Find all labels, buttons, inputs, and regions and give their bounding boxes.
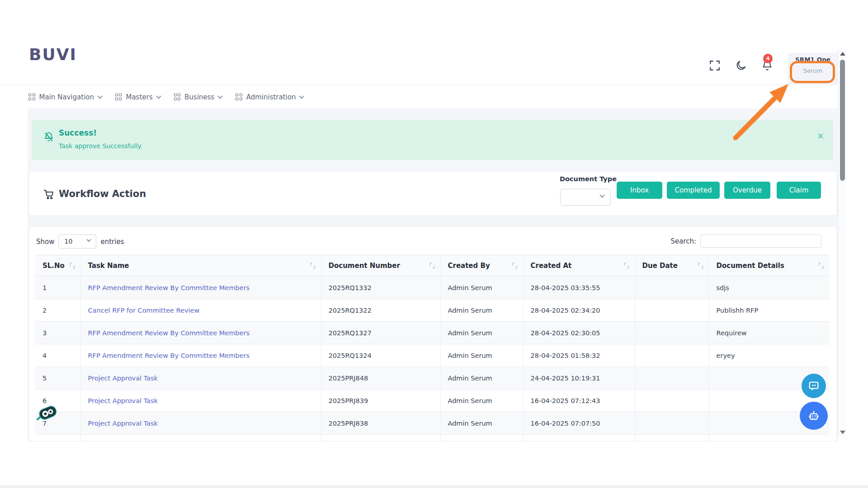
overdue-button[interactable]: Overdue	[724, 182, 770, 199]
table-header-row: SL.No↑↓ Task Name↑↓ Document Number↑↓ Cr…	[35, 255, 829, 277]
nav-label: Administration	[246, 93, 296, 101]
sort-icon[interactable]: ↑↓	[622, 263, 630, 268]
column-header-created-by[interactable]: Created By↑↓	[440, 255, 523, 277]
task-link[interactable]: RFP Amendment Review By Committee Member…	[88, 284, 250, 291]
user-profile[interactable]: SRM1 One Serum	[788, 53, 838, 85]
cell-created-by: Admin Serum	[440, 389, 523, 412]
table-row: 2 Cancel RFP for Committee Review 2025RQ…	[35, 299, 829, 322]
page-title: Workflow Action	[59, 188, 146, 199]
sort-icon[interactable]: ↑↓	[68, 263, 75, 268]
claim-button[interactable]: Claim	[777, 182, 821, 199]
cell-document-number	[321, 435, 440, 442]
cell-document-details: sdjs	[709, 277, 829, 299]
task-link[interactable]: Project Approval Task	[88, 420, 158, 427]
workflow-action-card: Workflow Action Document Type Inbox Comp…	[28, 171, 837, 216]
column-header-task-name[interactable]: Task Name↑↓	[80, 255, 321, 277]
tasks-table-card: Show 10 entries Search: SL.No↑↓	[28, 226, 837, 441]
page-size-select[interactable]: 10	[58, 235, 96, 249]
chat-fab-button[interactable]	[802, 374, 826, 398]
scroll-up-arrow-icon[interactable]	[840, 52, 845, 56]
cell-due-date	[635, 277, 709, 299]
table-row: 4 RFP Amendment Review By Committee Memb…	[35, 344, 829, 367]
cell-task-name: RFP Amendment Review By Committee Member…	[80, 344, 321, 367]
nav-business[interactable]: Business	[174, 93, 222, 101]
cell-slno: 7	[35, 412, 80, 435]
fullscreen-icon[interactable]	[709, 60, 721, 71]
main-menu-bar: Main Navigation Masters Business Adminis…	[0, 85, 838, 108]
column-header-document-number[interactable]: Document Number↑↓	[321, 255, 440, 277]
vertical-scrollbar[interactable]	[838, 50, 846, 436]
sort-icon[interactable]: ↑↓	[428, 263, 435, 268]
grid-icon	[174, 94, 181, 100]
show-label: Show	[36, 238, 54, 246]
cell-document-number: 2025RQ1324	[321, 344, 440, 367]
cell-created-by: Admin Serum	[440, 367, 523, 389]
cell-created-at: 28-04-2025 02:34:20	[523, 299, 635, 322]
page-size-control: Show 10 entries	[36, 235, 124, 249]
sort-icon[interactable]: ↑↓	[308, 263, 316, 268]
search-input[interactable]	[700, 235, 821, 248]
notification-count-badge: 4	[763, 54, 773, 63]
user-role: Serum	[788, 67, 838, 74]
cell-document-number: 2025RQ1322	[321, 299, 440, 322]
cell-created-by	[440, 435, 523, 442]
cell-slno: 3	[35, 322, 80, 344]
cell-slno	[35, 435, 80, 442]
chevron-down-icon	[97, 94, 102, 99]
chevron-down-icon	[156, 94, 161, 99]
cell-created-at: 28-04-2025 01:58:32	[523, 344, 635, 367]
app-window: BUVI 4 SRM1 One Serum	[0, 0, 868, 488]
header-icons	[709, 60, 773, 71]
cart-icon	[43, 189, 54, 200]
dark-mode-moon-icon[interactable]	[735, 60, 747, 71]
header: BUVI 4 SRM1 One Serum	[0, 0, 838, 85]
alert-message: Task approve Successfully.	[59, 142, 142, 150]
cell-slno: 1	[35, 277, 80, 299]
task-link[interactable]: RFP Amendment Review By Committee Member…	[88, 352, 250, 359]
sort-icon[interactable]: ↑↓	[696, 263, 704, 268]
task-link[interactable]: Project Approval Task	[88, 397, 158, 404]
task-link[interactable]: Project Approval Task	[88, 375, 158, 382]
chevron-down-icon	[599, 192, 604, 197]
horizontal-scrollbar-track[interactable]	[0, 485, 868, 488]
content-area: Success! Task approve Successfully. ✕ Wo…	[28, 108, 838, 441]
sort-icon[interactable]: ↑↓	[817, 263, 825, 268]
inbox-button[interactable]: Inbox	[617, 182, 662, 199]
robot-assistant-fab-button[interactable]	[800, 402, 828, 430]
nav-main-navigation[interactable]: Main Navigation	[28, 93, 102, 101]
cell-document-number: 2025PRJ839	[321, 389, 440, 412]
nav-administration[interactable]: Administration	[236, 93, 303, 101]
cell-document-details: Requirew	[709, 322, 829, 344]
task-link[interactable]: RFP Amendment Review By Committee Member…	[88, 329, 250, 337]
success-alert: Success! Task approve Successfully. ✕	[32, 120, 833, 160]
grid-icon	[236, 94, 242, 100]
cell-document-details: Publishh RFP	[709, 299, 829, 322]
cell-document-details	[709, 435, 829, 442]
cell-task-name: Project Approval Task	[80, 389, 321, 412]
nav-masters[interactable]: Masters	[115, 93, 160, 101]
close-icon[interactable]: ✕	[817, 132, 824, 141]
column-header-slno[interactable]: SL.No↑↓	[35, 255, 80, 277]
document-type-label: Document Type	[560, 175, 617, 183]
sort-icon[interactable]: ↑↓	[510, 263, 518, 268]
cell-task-name: RFP Amendment Review By Committee Member…	[80, 277, 321, 299]
cell-due-date	[635, 367, 709, 389]
column-header-document-details[interactable]: Document Details↑↓	[709, 255, 829, 277]
task-link[interactable]: Cancel RFP for Committee Review	[88, 307, 200, 314]
chevron-down-icon	[218, 94, 223, 99]
nav-label: Business	[184, 93, 214, 101]
document-type-select[interactable]	[560, 189, 611, 206]
cell-due-date	[635, 412, 709, 435]
cell-task-name: Project Approval Task	[80, 412, 321, 435]
grid-icon	[28, 94, 35, 100]
scrollbar-thumb[interactable]	[840, 60, 845, 181]
completed-button[interactable]: Completed	[667, 182, 720, 199]
column-header-created-at[interactable]: Created At↑↓	[523, 255, 635, 277]
entries-label: entries	[100, 238, 124, 246]
chat-bubble-icon	[807, 379, 821, 393]
cell-created-at: 28-04-2025 02:30:05	[523, 322, 635, 344]
column-header-due-date[interactable]: Due Date↑↓	[635, 255, 709, 277]
scroll-down-arrow-icon[interactable]	[840, 431, 845, 434]
cell-created-at: 16-04-2025 07:07:50	[523, 412, 635, 435]
table-row: 6 Project Approval Task 2025PRJ839 Admin…	[35, 389, 829, 412]
